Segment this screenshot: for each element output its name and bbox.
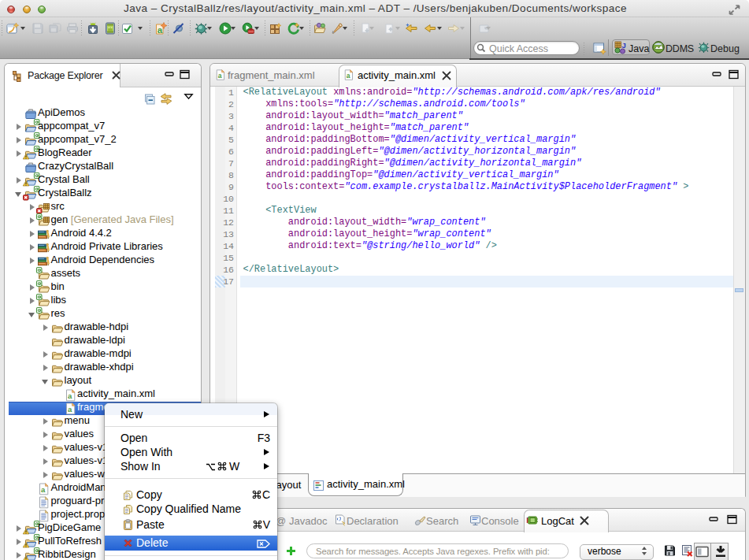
svg-text:J: J: [622, 41, 626, 50]
